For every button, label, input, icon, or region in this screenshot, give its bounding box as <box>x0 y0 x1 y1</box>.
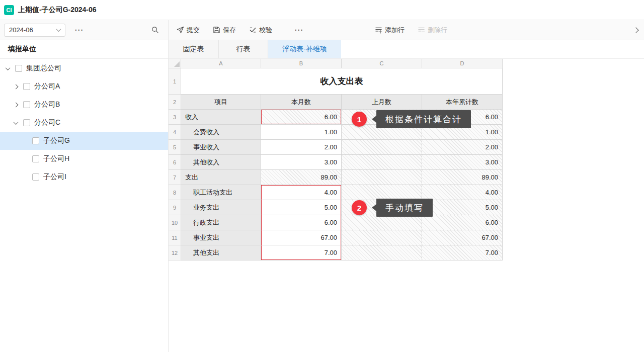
tree-item-label: 子公司I <box>43 172 66 182</box>
checkbox[interactable] <box>32 155 39 162</box>
table-header-cell[interactable]: 本年累计数 <box>422 95 503 110</box>
tree-item-label: 子公司H <box>43 154 69 163</box>
cell-d8[interactable]: 4.00 <box>422 185 503 200</box>
cell-d11[interactable]: 67.00 <box>422 230 503 245</box>
caret-right-icon[interactable] <box>14 84 19 89</box>
add-row-icon <box>375 26 382 34</box>
sheet-title-cell[interactable]: 收入支出表 <box>181 68 503 95</box>
tree-item-branch-c[interactable]: 分公司C <box>0 114 168 132</box>
item-cell[interactable]: 业务支出 <box>181 200 261 215</box>
cell-b12-input[interactable]: 7.00 <box>261 245 342 260</box>
row-header[interactable]: 8 <box>169 185 181 200</box>
row-header[interactable]: 7 <box>169 170 181 185</box>
cell-b6-input[interactable]: 3.00 <box>261 155 342 170</box>
checkbox[interactable] <box>15 65 22 72</box>
item-cell[interactable]: 会费收入 <box>181 125 261 140</box>
cell-c8[interactable] <box>342 185 422 200</box>
row-header[interactable]: 10 <box>169 215 181 230</box>
save-button[interactable]: 保存 <box>213 26 236 35</box>
checkbox[interactable] <box>23 119 30 126</box>
row-header[interactable]: 9 <box>169 200 181 215</box>
checkbox[interactable] <box>32 137 39 144</box>
cell-b10-input[interactable]: 6.00 <box>261 215 342 230</box>
cell-d10[interactable]: 6.00 <box>422 215 503 230</box>
chevron-right-icon <box>633 27 638 33</box>
item-cell[interactable]: 事业支出 <box>181 230 261 245</box>
cell-d12[interactable]: 7.00 <box>422 245 503 260</box>
tab-fixed-table[interactable]: 固定表 <box>169 40 219 58</box>
tree-item-group-hq[interactable]: 集团总公司 <box>0 59 168 77</box>
sheet-row: 11 事业支出 67.00 67.00 <box>169 230 503 245</box>
row-header[interactable]: 6 <box>169 155 181 170</box>
col-header-a[interactable]: A <box>181 59 261 68</box>
tree-item-branch-b[interactable]: 分公司B <box>0 96 168 114</box>
item-cell[interactable]: 收入 <box>181 110 261 125</box>
sheet-row: 6 其他收入 3.00 3.00 <box>169 155 503 170</box>
cell-c12[interactable] <box>342 245 422 260</box>
validate-button[interactable]: 校验 <box>249 26 272 35</box>
add-row-button[interactable]: 添加行 <box>375 26 405 35</box>
col-header-d[interactable]: D <box>422 59 503 68</box>
col-header-c[interactable]: C <box>342 59 422 68</box>
submit-button[interactable]: 提交 <box>177 26 200 35</box>
period-select[interactable]: 2024-06 <box>4 24 65 37</box>
row-header[interactable]: 11 <box>169 230 181 245</box>
item-cell[interactable]: 事业收入 <box>181 140 261 155</box>
row-header[interactable]: 4 <box>169 125 181 140</box>
cell-d9[interactable]: 5.00 <box>422 200 503 215</box>
annotation-tooltip-2: 手动填写 <box>376 199 433 217</box>
cell-b9-input[interactable]: 5.00 <box>261 200 342 215</box>
tab-floating-table[interactable]: 浮动表-补维项 <box>268 40 341 58</box>
cell-b5-input[interactable]: 2.00 <box>261 140 342 155</box>
row-header[interactable]: 5 <box>169 140 181 155</box>
cell-d5[interactable]: 2.00 <box>422 140 503 155</box>
cell-c10[interactable] <box>342 215 422 230</box>
tree-item-subsidiary-h[interactable]: 子公司H <box>0 150 168 168</box>
caret-right-icon[interactable] <box>14 102 19 107</box>
checkbox[interactable] <box>32 173 39 181</box>
cell-c11[interactable] <box>342 230 422 245</box>
cell-d7[interactable]: 89.00 <box>422 170 503 185</box>
cell-c6[interactable] <box>342 155 422 170</box>
grid: A B C D 1 收入支出表 2 项目 本月数 上月数 本年累计数 <box>169 59 503 260</box>
table-header-cell[interactable]: 本月数 <box>261 95 342 110</box>
cell-d6[interactable]: 3.00 <box>422 155 503 170</box>
col-header-b[interactable]: B <box>261 59 342 68</box>
tree-item-subsidiary-g[interactable]: 子公司G <box>0 132 168 150</box>
sheet-row: 10 行政支出 6.00 6.00 <box>169 215 503 230</box>
tree-item-subsidiary-i[interactable]: 子公司I <box>0 168 168 186</box>
item-cell[interactable]: 其他支出 <box>181 245 261 260</box>
collapse-panel-button[interactable] <box>634 20 638 40</box>
checkbox[interactable] <box>23 101 30 108</box>
caret-down-icon[interactable] <box>6 65 11 70</box>
checkbox[interactable] <box>23 83 30 90</box>
search-button[interactable] <box>151 26 159 34</box>
row-header[interactable]: 2 <box>169 95 181 110</box>
row-header[interactable]: 1 <box>169 68 181 95</box>
cell-c7[interactable] <box>342 170 422 185</box>
tree-item-branch-a[interactable]: 分公司A <box>0 77 168 96</box>
cell-b11-input[interactable]: 67.00 <box>261 230 342 245</box>
row-header[interactable]: 12 <box>169 245 181 260</box>
more-actions-button[interactable]: ⋯ <box>292 25 305 35</box>
table-header-cell[interactable]: 项目 <box>181 95 261 110</box>
row-header[interactable]: 3 <box>169 110 181 125</box>
select-all-corner[interactable] <box>169 59 181 68</box>
delete-row-icon <box>418 26 425 34</box>
more-options-button[interactable]: ⋯ <box>72 25 85 35</box>
tree-item-label: 分公司A <box>34 82 60 91</box>
item-cell[interactable]: 支出 <box>181 170 261 185</box>
item-cell[interactable]: 行政支出 <box>181 215 261 230</box>
caret-down-icon[interactable] <box>14 120 19 125</box>
cell-b7-calculated[interactable]: 89.00 <box>261 170 342 185</box>
table-header-cell[interactable]: 上月数 <box>342 95 422 110</box>
tab-row-table[interactable]: 行表 <box>219 40 268 58</box>
cell-b3-calculated[interactable]: 6.00 <box>261 110 342 125</box>
item-cell[interactable]: 其他收入 <box>181 155 261 170</box>
search-icon <box>151 26 159 34</box>
item-cell[interactable]: 职工活动支出 <box>181 185 261 200</box>
annotation-badge-2: 2 <box>352 200 367 215</box>
cell-b4-input[interactable]: 1.00 <box>261 125 342 140</box>
cell-b8-input[interactable]: 4.00 <box>261 185 342 200</box>
cell-c5[interactable] <box>342 140 422 155</box>
